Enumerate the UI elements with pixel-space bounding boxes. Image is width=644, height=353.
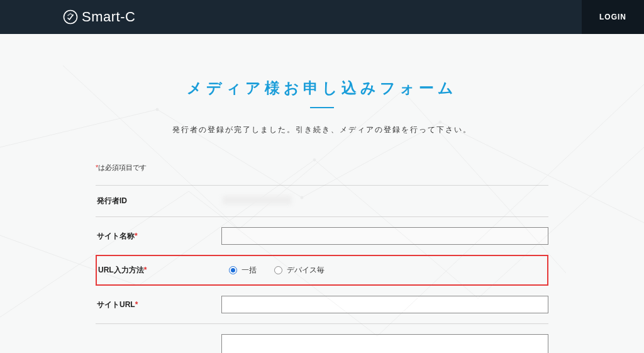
brand-logo[interactable]: Smart-C xyxy=(63,9,135,25)
login-button-label: LOGIN xyxy=(599,13,626,21)
label-url-input-method: URL入力方法* xyxy=(97,265,223,276)
input-site-name[interactable] xyxy=(221,227,548,245)
label-media-content: 媒体内容* xyxy=(96,334,221,353)
field-url-input-method: 一括 デバイス毎 xyxy=(223,265,543,276)
required-note-text: は必須項目です xyxy=(98,164,147,171)
application-form: *は必須項目です 発行者ID サイト名称* URL入力方法* xyxy=(96,163,548,353)
radio-per-device[interactable]: デバイス毎 xyxy=(274,265,325,276)
row-publisher-id: 発行者ID xyxy=(96,185,548,216)
svg-point-4 xyxy=(313,159,316,161)
label-site-name: サイト名称* xyxy=(96,231,221,242)
radio-per-device-label: デバイス毎 xyxy=(287,265,325,276)
app-header: Smart-C LOGIN xyxy=(0,0,644,34)
label-site-url: サイトURL* xyxy=(96,300,221,310)
field-site-name xyxy=(221,227,548,245)
row-media-content: 媒体内容* xyxy=(96,323,548,353)
login-button[interactable]: LOGIN xyxy=(582,0,644,34)
title-underline xyxy=(310,107,334,108)
svg-point-0 xyxy=(64,11,77,24)
row-url-input-method: URL入力方法* 一括 デバイス毎 xyxy=(96,255,548,286)
field-site-url xyxy=(221,296,548,313)
label-publisher-id: 発行者ID xyxy=(96,196,221,206)
input-site-url[interactable] xyxy=(221,296,548,313)
radio-bulk-label: 一括 xyxy=(242,265,257,276)
row-site-url: サイトURL* xyxy=(96,286,548,323)
page-title: メディア様お申し込みフォーム xyxy=(0,78,644,98)
radio-bulk[interactable]: 一括 xyxy=(229,265,257,276)
row-site-name: サイト名称* xyxy=(96,216,548,255)
value-publisher-id xyxy=(221,196,548,206)
radio-dot-icon xyxy=(231,268,235,272)
radio-group-url-method: 一括 デバイス毎 xyxy=(223,265,543,276)
required-note: *は必須項目です xyxy=(96,163,548,172)
radio-circle-icon xyxy=(229,266,237,274)
svg-point-1 xyxy=(156,108,158,111)
brand-logo-icon xyxy=(63,9,78,25)
blurred-text xyxy=(223,196,292,205)
main-content: メディア様お申し込みフォーム 発行者の登録が完了しました。引き続き、メディアの登… xyxy=(0,34,644,353)
radio-circle-icon xyxy=(274,266,282,274)
page-subtitle: 発行者の登録が完了しました。引き続き、メディアの登録を行って下さい。 xyxy=(0,125,644,135)
textarea-media-content[interactable] xyxy=(221,334,548,353)
brand-name: Smart-C xyxy=(82,9,135,25)
svg-point-3 xyxy=(439,121,441,123)
field-media-content xyxy=(221,334,548,353)
